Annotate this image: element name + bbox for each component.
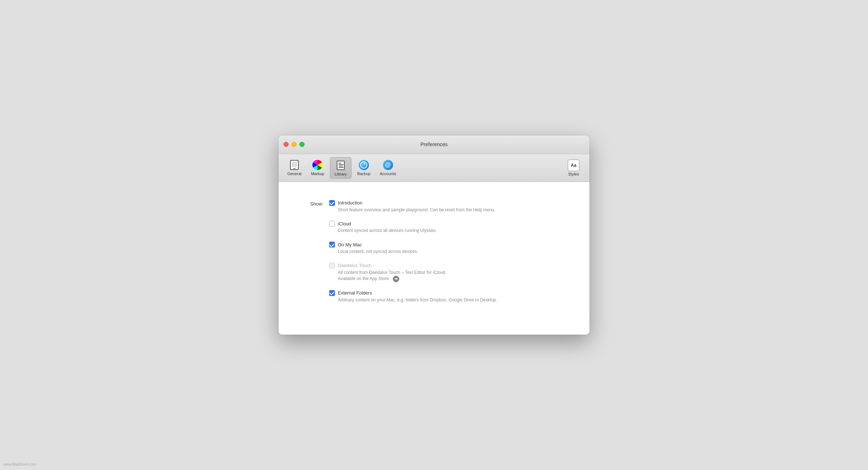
- window-title: Preferences: [420, 141, 447, 147]
- icloud-title: iCloud: [338, 221, 351, 226]
- content-area: Show: Introduction Short feature overvie…: [278, 182, 590, 335]
- toolbar: General Markup Libr: [278, 154, 590, 182]
- pref-item-external-folders: External Folders Arbitrary content on yo…: [329, 290, 568, 303]
- styles-icon: Aa: [568, 160, 579, 171]
- close-button[interactable]: [284, 142, 289, 147]
- markup-label: Markup: [311, 172, 324, 176]
- pref-item-on-my-mac: On My Mac Local content, not synced acro…: [329, 242, 568, 255]
- introduction-header: Introduction: [329, 200, 568, 206]
- pref-items-col: Introduction Short feature overview and …: [329, 200, 568, 303]
- accounts-icon: @: [382, 159, 394, 171]
- icloud-checkbox[interactable]: [329, 221, 335, 226]
- library-icon: [335, 160, 346, 171]
- show-label: Show:: [300, 200, 329, 207]
- toolbar-item-general[interactable]: General: [284, 157, 305, 179]
- on-my-mac-title: On My Mac: [338, 242, 362, 247]
- on-my-mac-desc: Local content, not synced across devices…: [338, 249, 568, 255]
- appstore-badge[interactable]: ➡: [393, 276, 399, 282]
- on-my-mac-checkbox[interactable]: [329, 242, 335, 247]
- introduction-desc: Short feature overview and sample playgr…: [338, 207, 568, 213]
- styles-label: Styles: [568, 172, 579, 176]
- toolbar-left: General Markup Libr: [284, 157, 400, 179]
- external-folders-checkbox[interactable]: [329, 290, 335, 296]
- traffic-lights: [284, 142, 305, 147]
- backup-icon: [358, 159, 370, 171]
- introduction-checkbox[interactable]: [329, 200, 335, 206]
- icloud-header: iCloud: [329, 221, 568, 226]
- accounts-label: Accounts: [380, 172, 396, 176]
- toolbar-right: Aa Styles: [563, 157, 584, 178]
- toolbar-item-markup[interactable]: Markup: [307, 157, 328, 179]
- backup-label: Backup: [357, 172, 371, 176]
- color-wheel-icon: [312, 159, 323, 171]
- toolbar-item-backup[interactable]: Backup: [353, 157, 375, 179]
- pref-item-icloud: iCloud Content synced across all devices…: [329, 221, 568, 234]
- external-folders-desc: Arbitrary content on your Mac, e.g. fold…: [338, 297, 568, 303]
- library-label: Library: [335, 172, 347, 176]
- daedalus-checkbox[interactable]: [329, 263, 335, 268]
- daedalus-desc: All content from Daedalus Touch – Text E…: [338, 270, 568, 282]
- phone-icon: [289, 159, 300, 171]
- daedalus-header: Daedalus Touch: [329, 263, 568, 268]
- pref-row-show: Show: Introduction Short feature overvie…: [300, 200, 568, 303]
- preferences-window: Preferences General Markup: [278, 135, 590, 335]
- toolbar-item-styles[interactable]: Aa Styles: [563, 157, 584, 178]
- external-folders-header: External Folders: [329, 290, 568, 296]
- toolbar-item-accounts[interactable]: @ Accounts: [376, 157, 400, 179]
- watermark: www.MacDown.com: [4, 462, 36, 466]
- maximize-button[interactable]: [299, 142, 305, 147]
- titlebar: Preferences: [278, 135, 590, 154]
- preferences-body: Show: Introduction Short feature overvie…: [278, 196, 590, 317]
- pref-item-introduction: Introduction Short feature overview and …: [329, 200, 568, 213]
- minimize-button[interactable]: [292, 142, 297, 147]
- general-label: General: [287, 172, 301, 176]
- external-folders-title: External Folders: [338, 290, 372, 296]
- pref-item-daedalus: Daedalus Touch All content from Daedalus…: [329, 263, 568, 282]
- daedalus-title: Daedalus Touch: [338, 263, 371, 268]
- on-my-mac-header: On My Mac: [329, 242, 568, 247]
- icloud-desc: Content synced across all devices runnin…: [338, 228, 568, 234]
- toolbar-item-library[interactable]: Library: [330, 157, 352, 179]
- introduction-title: Introduction: [338, 200, 362, 206]
